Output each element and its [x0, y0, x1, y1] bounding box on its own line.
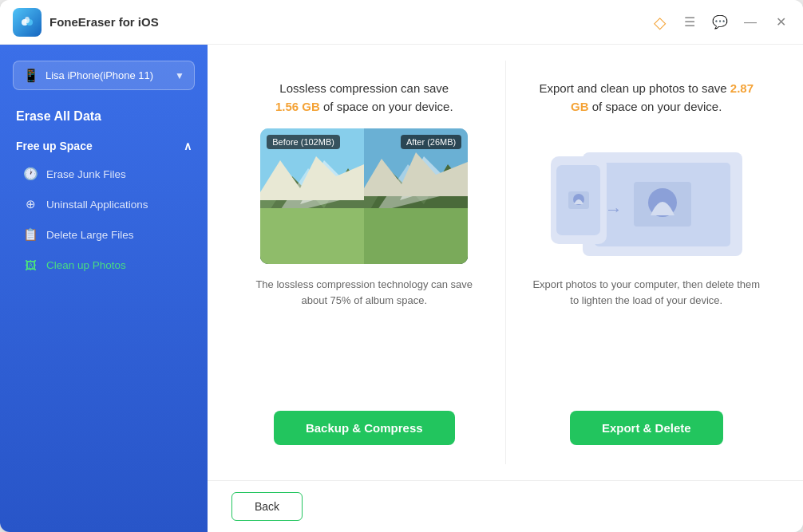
sidebar-item-cleanup-photos-label: Clean up Photos	[46, 259, 126, 271]
device-name: Lisa iPhone(iPhone 11)	[45, 69, 168, 81]
backup-compress-button[interactable]: Backup & Compress	[274, 411, 455, 445]
export-headline-part1: Export and clean up photos to save	[539, 81, 726, 95]
before-image: Before (102MB)	[260, 128, 364, 264]
free-up-space-section[interactable]: Free up Space ∧	[0, 133, 208, 159]
compress-headline-part2: of space on your device.	[323, 100, 453, 113]
title-bar-right: ◇ ☰ 💬 — ✕	[650, 13, 790, 32]
svg-point-2	[25, 17, 30, 23]
compress-headline-part1: Lossless compression can save	[279, 81, 449, 95]
close-icon[interactable]: ✕	[771, 13, 790, 32]
main-layout: 📱 Lisa iPhone(iPhone 11) ▼ Erase All Dat…	[0, 45, 803, 532]
after-label: After (26MB)	[401, 135, 461, 149]
device-selector[interactable]: 📱 Lisa iPhone(iPhone 11) ▼	[13, 61, 195, 90]
content-body: Lossless compression can save 1.56 GB of…	[208, 45, 803, 480]
file-icon: 📋	[22, 227, 38, 242]
arrow-right-icon: →	[605, 199, 623, 220]
export-illustration: →	[551, 128, 742, 264]
compress-headline: Lossless compression can save 1.56 GB of…	[275, 80, 453, 116]
title-bar: FoneEraser for iOS ◇ ☰ 💬 — ✕	[0, 0, 803, 45]
premium-icon[interactable]: ◇	[650, 13, 669, 32]
sidebar-item-delete-large-label: Delete Large Files	[46, 229, 134, 241]
sidebar: 📱 Lisa iPhone(iPhone 11) ▼ Erase All Dat…	[0, 45, 208, 532]
sidebar-item-cleanup-photos[interactable]: 🖼 Clean up Photos	[6, 250, 201, 280]
menu-icon[interactable]: ☰	[680, 13, 699, 32]
svg-rect-8	[260, 208, 364, 264]
photos-icon: 🖼	[22, 257, 38, 273]
sidebar-item-erase-junk[interactable]: 🕐 Erase Junk Files	[6, 159, 201, 189]
chevron-up-icon: ∧	[184, 140, 192, 152]
app-title: FoneEraser for iOS	[49, 15, 159, 29]
comparison-image: Before (102MB)	[260, 128, 468, 264]
chat-icon[interactable]: 💬	[710, 13, 730, 32]
sidebar-item-uninstall-label: Uninstall Applications	[46, 199, 148, 211]
title-bar-left: FoneEraser for iOS	[13, 8, 159, 37]
compress-description: The lossless compression technology can …	[247, 277, 481, 395]
compress-highlight: 1.56 GB	[275, 100, 320, 113]
app-icon	[13, 8, 42, 37]
back-button[interactable]: Back	[231, 492, 303, 521]
bottom-bar: Back	[208, 480, 803, 532]
minimize-icon[interactable]: —	[741, 13, 760, 32]
device-phone-icon: 📱	[23, 68, 39, 83]
app-window: FoneEraser for iOS ◇ ☰ 💬 — ✕ 📱 Lisa iPho…	[0, 0, 803, 532]
sidebar-item-erase-junk-label: Erase Junk Files	[46, 168, 126, 180]
sidebar-item-delete-large[interactable]: 📋 Delete Large Files	[6, 219, 201, 250]
export-delete-button[interactable]: Export & Delete	[570, 411, 723, 445]
free-up-space-label: Free up Space	[16, 140, 93, 152]
compress-card: Lossless compression can save 1.56 GB of…	[223, 61, 506, 464]
before-label: Before (102MB)	[267, 135, 340, 149]
content-area: Lossless compression can save 1.56 GB of…	[208, 45, 803, 532]
export-headline-part2: of space on your device.	[592, 100, 722, 113]
chevron-down-icon: ▼	[175, 70, 184, 81]
phone-screen	[556, 165, 600, 235]
uninstall-icon: ⊕	[22, 196, 38, 212]
svg-rect-15	[364, 208, 468, 264]
erase-all-data-label[interactable]: Erase All Data	[0, 109, 208, 133]
export-card: Export and clean up photos to save 2.87 …	[506, 61, 788, 464]
export-description: Export photos to your computer, then del…	[530, 277, 764, 395]
export-headline: Export and clean up photos to save 2.87 …	[530, 80, 764, 116]
phone-shape	[551, 156, 607, 244]
sidebar-item-uninstall-apps[interactable]: ⊕ Uninstall Applications	[6, 189, 201, 219]
after-image: After (26MB)	[364, 128, 468, 264]
clock-icon: 🕐	[22, 166, 38, 182]
